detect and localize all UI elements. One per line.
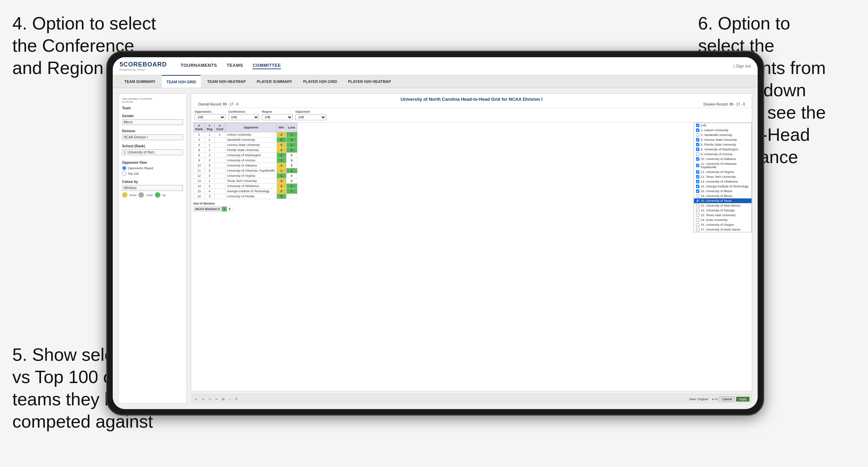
dropdown-item[interactable]: 27. University of Notre Dame — [694, 227, 751, 232]
division-value[interactable]: NCAA Division I — [122, 134, 183, 140]
dropdown-checkbox[interactable] — [696, 152, 699, 156]
conference-filter-label: Conference — [228, 110, 259, 113]
dropdown-checkbox[interactable] — [696, 124, 699, 127]
cancel-button[interactable]: Cancel — [719, 396, 735, 402]
tab-player-summary[interactable]: PLAYER SUMMARY — [252, 75, 297, 88]
dropdown-item[interactable]: 14. University of Oklahoma — [694, 179, 751, 184]
data-table-container: #Rank #Reg #Conf Opponent Win Loss — [191, 123, 752, 391]
dropdown-checkbox[interactable] — [696, 189, 699, 193]
radio-top-100-input[interactable] — [122, 171, 126, 176]
radio-top-100[interactable]: Top 100 — [122, 171, 183, 176]
dropdown-checkbox[interactable] — [696, 180, 699, 183]
table-row: 8 2 University of Washington 1 0 — [194, 153, 297, 158]
cell-conf — [215, 179, 225, 184]
conference-filter-select[interactable]: (All) — [228, 114, 259, 120]
dropdown-checkbox[interactable] — [696, 170, 699, 174]
main-content: Last Updated: 4/15/2024 16:55:38 Team Ge… — [113, 88, 758, 409]
region-filter-select[interactable]: (All) — [262, 114, 293, 120]
dropdown-item[interactable]: 11. University of Arkansas, Fayetteville — [694, 161, 751, 170]
toolbar-redo[interactable]: ↪ — [200, 397, 206, 402]
apply-button[interactable]: Apply — [736, 397, 749, 402]
cell-reg: 1 — [205, 132, 215, 137]
toolbar-paste[interactable]: ⊞ — [221, 397, 226, 402]
dropdown-item[interactable]: 15. Georgia Institute of Technology — [694, 184, 751, 189]
dropdown-checkbox[interactable] — [696, 157, 699, 161]
dropdown-item[interactable]: 28. The Ohio State University — [694, 232, 751, 232]
dropdown-checkbox[interactable] — [696, 223, 699, 226]
nav-tournaments[interactable]: TOURNAMENTS — [181, 63, 217, 69]
dropdown-checkbox[interactable] — [696, 199, 699, 202]
dropdown-checkbox[interactable] — [696, 204, 699, 207]
out-of-division-label: Out of division — [193, 202, 689, 205]
nav-committee[interactable]: COMMITTEE — [253, 63, 281, 69]
dropdown-item[interactable]: 10. University of Alabama — [694, 157, 751, 161]
dropdown-checkbox[interactable] — [696, 148, 699, 151]
toolbar-dash[interactable]: – — [228, 397, 232, 402]
dropdown-checkbox[interactable] — [696, 175, 699, 179]
dropdown-item[interactable]: (All) — [694, 123, 751, 128]
dropdown-checkbox[interactable] — [696, 209, 699, 212]
dropdown-checkbox[interactable] — [696, 133, 699, 137]
dropdown-item[interactable]: 6. Florida State University — [694, 142, 751, 147]
school-section: School (Rank) 1. University of Nort... — [122, 144, 183, 155]
dropdown-item[interactable]: 12. University of Virginia — [694, 170, 751, 174]
top-100-label: Top 100 — [128, 172, 139, 175]
dropdown-item[interactable]: 13. Texas Tech University — [694, 174, 751, 179]
opponent-filter-select[interactable]: (All) — [295, 114, 326, 120]
dropdown-checkbox[interactable] — [696, 194, 699, 198]
dropdown-item[interactable]: 23. Texas A&M University — [694, 213, 751, 218]
tab-player-h2h-grid[interactable]: PLAYER H2H GRID — [298, 75, 342, 88]
dropdown-checkbox[interactable] — [696, 138, 699, 142]
gender-value[interactable]: Men's — [122, 119, 183, 125]
table-row: 4 1 Arizona State University 5 1 — [194, 143, 297, 148]
dropdown-item[interactable]: 22. University of Georgia — [694, 208, 751, 213]
dot-up-label: Up — [162, 194, 166, 197]
dropdown-item[interactable]: 16. University of Illinois — [694, 189, 751, 194]
dropdown-checkbox[interactable] — [696, 185, 699, 188]
col-rank: #Rank — [194, 123, 205, 132]
radio-opponents-played-input[interactable] — [122, 166, 126, 170]
dropdown-item[interactable]: 8. University of Washington — [694, 147, 751, 152]
cell-reg: 2 — [205, 153, 215, 158]
dropdown-checkbox[interactable] — [696, 143, 699, 146]
radio-opponents-played[interactable]: Opponents Played — [122, 166, 183, 170]
dropdown-item[interactable]: 24. Duke University — [694, 218, 751, 222]
toolbar-back[interactable]: ◁ — [207, 397, 212, 402]
dropdown-checkbox[interactable] — [696, 128, 699, 132]
toolbar-scissors[interactable]: ✂ — [214, 397, 219, 402]
dropdown-checkbox[interactable] — [696, 228, 699, 231]
colour-value[interactable]: Win/loss — [122, 185, 183, 191]
opponent-dropdown-panel[interactable]: (All)2. Auburn University3. Vanderbilt U… — [694, 123, 752, 232]
dropdown-checkbox[interactable] — [696, 213, 699, 217]
toolbar-undo[interactable]: ↩ — [194, 397, 199, 402]
dropdown-checkbox[interactable] — [696, 218, 699, 222]
dropdown-item[interactable]: 21. University of New Mexico — [694, 203, 751, 208]
dropdown-item[interactable]: 20. University of Texas — [694, 198, 751, 203]
cell-win: 5 — [277, 189, 286, 194]
cell-loss — [286, 194, 297, 199]
toolbar-clock[interactable]: ⏱ — [233, 397, 239, 402]
nav-sign-out[interactable]: | Sign out — [734, 64, 751, 69]
dropdown-item[interactable]: 9. University of Arizona — [694, 152, 751, 157]
opponents-played-label: Opponents Played — [128, 167, 153, 170]
dropdown-item[interactable]: 2. Auburn University — [694, 128, 751, 133]
dropdown-item[interactable]: 18. University of Illinois — [694, 194, 751, 198]
dropdown-item[interactable]: 25. University of Oregon — [694, 222, 751, 227]
tab-team-h2h-heatmap[interactable]: TEAM H2H HEATMAP — [202, 75, 250, 88]
cell-conf — [215, 173, 225, 179]
cell-conf — [215, 168, 225, 173]
dropdown-checkbox[interactable] — [696, 164, 699, 167]
school-value[interactable]: 1. University of Nort... — [122, 149, 183, 155]
opponents-filter-select[interactable]: (All) — [195, 114, 225, 120]
dropdown-item[interactable]: 3. Vanderbilt University — [694, 133, 751, 137]
cell-reg: 2 — [205, 148, 215, 153]
cell-win: 0 — [277, 137, 286, 143]
nav-teams[interactable]: TEAMS — [227, 63, 243, 69]
cell-conf — [215, 163, 225, 168]
dot-down — [122, 192, 127, 198]
dropdown-item[interactable]: 4. Arizona State University — [694, 137, 751, 142]
tab-team-summary[interactable]: TEAM SUMMARY — [120, 75, 160, 88]
logo-text: 5COREBOARD — [120, 61, 167, 68]
tab-player-h2h-heatmap[interactable]: PLAYER H2H HEATMAP — [343, 75, 396, 88]
tab-team-h2h-grid[interactable]: TEAM H2H GRID — [162, 75, 201, 88]
